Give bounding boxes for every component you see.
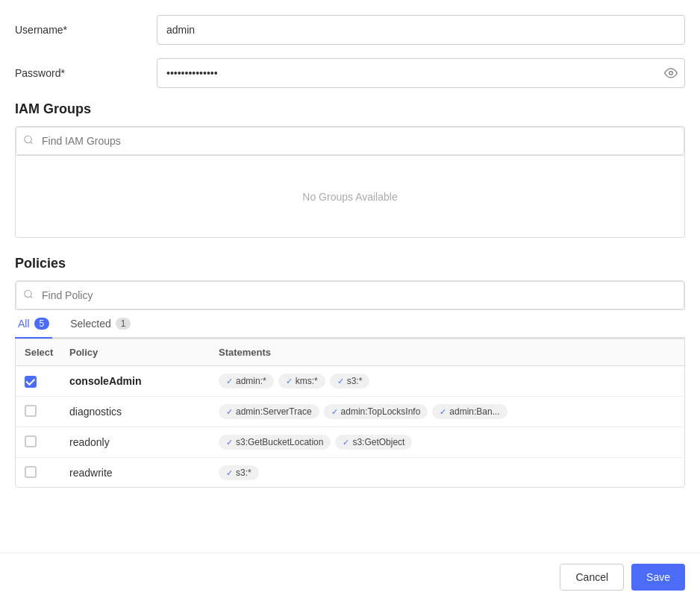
col-select: Select (25, 347, 69, 358)
policies-search-wrapper (15, 280, 685, 310)
password-label: Password* (15, 67, 157, 79)
iam-groups-title: IAM Groups (15, 101, 685, 117)
policies-tabs: All 5 Selected 1 (15, 310, 685, 339)
policy-name-consoleadmin: consoleAdmin (69, 375, 219, 387)
tab-all[interactable]: All 5 (15, 310, 52, 339)
checkbox-consoleadmin[interactable] (25, 374, 69, 388)
policy-name-diagnostics: diagnostics (69, 406, 219, 418)
password-wrapper (157, 58, 685, 88)
svg-point-0 (669, 72, 673, 75)
policies-section: Policies All 5 Selected 1 (15, 256, 685, 488)
policies-search-input[interactable] (16, 281, 684, 309)
username-row: Username* (15, 15, 685, 45)
iam-groups-search-input[interactable] (16, 127, 684, 155)
col-statements: Statements (219, 347, 675, 358)
password-input[interactable] (157, 58, 685, 88)
username-input[interactable] (157, 15, 685, 45)
cancel-button[interactable]: Cancel (560, 564, 624, 591)
checkbox-diagnostics[interactable] (25, 405, 69, 419)
save-button[interactable]: Save (631, 564, 685, 591)
policies-table-container: Select Policy Statements consoleAdmin ✓ … (15, 339, 685, 488)
eye-icon[interactable] (664, 66, 678, 80)
page-container: Username* Password* IAM Groups No Groups (0, 0, 700, 601)
table-row: readonly ✓ s3:GetBucketLocation ✓ s3:Get… (16, 427, 684, 458)
statements-consoleadmin: ✓ admin:* ✓ kms:* ✓ s3:* (219, 374, 675, 388)
statements-readonly: ✓ s3:GetBucketLocation ✓ s3:GetObject (219, 435, 675, 450)
policies-table-header: Select Policy Statements (16, 339, 684, 366)
checkbox-readwrite[interactable] (25, 466, 69, 480)
table-row: diagnostics ✓ admin:ServerTrace ✓ admin:… (16, 397, 684, 427)
policy-name-readwrite: readwrite (69, 467, 219, 479)
statements-readwrite: ✓ s3:* (219, 465, 675, 480)
table-row: consoleAdmin ✓ admin:* ✓ kms:* ✓ s3:* (16, 366, 684, 397)
policies-title: Policies (15, 256, 685, 271)
policy-name-readonly: readonly (69, 436, 219, 448)
iam-groups-empty: No Groups Available (15, 156, 685, 238)
table-row: readwrite ✓ s3:* (16, 458, 684, 488)
col-policy: Policy (69, 347, 219, 358)
iam-groups-search-wrapper (15, 126, 685, 156)
footer-buttons: Cancel Save (0, 553, 700, 601)
statements-diagnostics: ✓ admin:ServerTrace ✓ admin:TopLocksInfo… (219, 404, 675, 419)
password-row: Password* (15, 58, 685, 88)
tab-selected[interactable]: Selected 1 (67, 310, 134, 339)
username-label: Username* (15, 24, 157, 36)
checkbox-readonly[interactable] (25, 435, 69, 450)
